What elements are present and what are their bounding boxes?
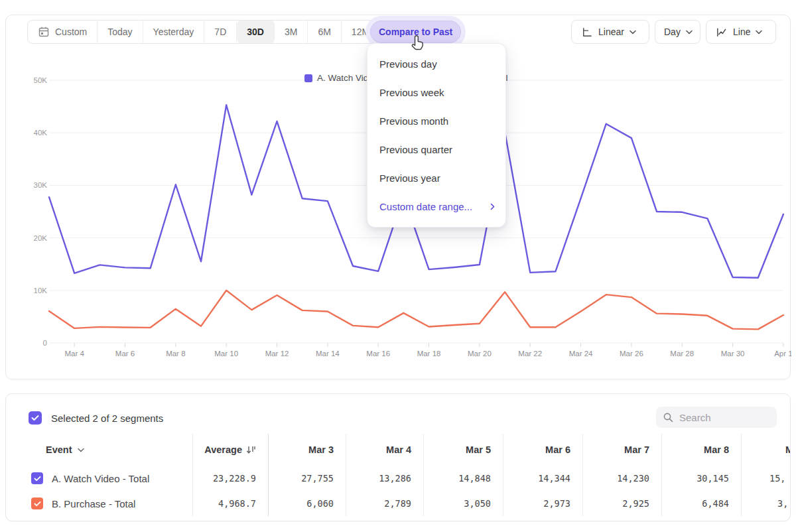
chevron-right-icon xyxy=(490,203,495,210)
x-axis-label: Apr 1 xyxy=(774,350,791,358)
cell-b: 2,789 xyxy=(346,491,423,516)
range-yesterday[interactable]: Yesterday xyxy=(143,21,205,43)
date-column-header[interactable]: Mar 8 xyxy=(661,434,741,466)
cell-b: 6,484 xyxy=(661,491,741,516)
chevron-down-icon xyxy=(756,30,762,34)
date-column-header-clipped[interactable]: M xyxy=(741,434,791,466)
range-custom-label: Custom xyxy=(55,27,87,37)
series-line xyxy=(49,291,783,330)
cell-a-clipped: 15, xyxy=(741,466,791,491)
cell-b: 3,050 xyxy=(423,491,503,516)
select-all-checkbox[interactable] xyxy=(29,411,42,425)
chart-card: 010K20K30K40K50KMar 4Mar 6Mar 8Mar 10Mar… xyxy=(5,15,791,379)
interval-button[interactable]: Day xyxy=(655,20,700,44)
x-axis-label: Mar 20 xyxy=(468,350,492,358)
search-box xyxy=(656,407,777,428)
scale-button[interactable]: Linear xyxy=(571,20,649,44)
x-axis-label: Mar 4 xyxy=(64,350,84,358)
menu-item-previous-quarter[interactable]: Previous quarter xyxy=(367,135,505,164)
linear-scale-icon xyxy=(580,26,593,38)
range-custom[interactable]: Custom xyxy=(28,21,98,43)
date-column-header[interactable]: Mar 6 xyxy=(503,434,582,466)
chart-type-button[interactable]: Line xyxy=(706,20,776,44)
x-axis-label: Mar 28 xyxy=(670,350,694,358)
x-axis-label: Mar 8 xyxy=(166,350,185,358)
segments-selected-label: Selected 2 of 2 segments xyxy=(51,413,163,424)
menu-item-custom-date-range[interactable]: Custom date range... xyxy=(367,192,505,221)
x-axis-label: Mar 10 xyxy=(214,350,238,358)
segments-table: Event Average Mar 3 Mar 4 Mar 5 Mar 6 Ma… xyxy=(6,434,791,516)
date-range-control: Custom Today Yesterday 7D 30D 3M 6M 12M xyxy=(27,20,380,44)
compare-dropdown-menu: Previous day Previous week Previous mont… xyxy=(367,43,506,228)
cell-a: 14,230 xyxy=(582,466,661,491)
date-column-header[interactable]: Mar 4 xyxy=(346,434,423,466)
date-column-header[interactable]: Mar 5 xyxy=(423,434,503,466)
menu-item-previous-week[interactable]: Previous week xyxy=(367,78,505,107)
row-a-checkbox[interactable] xyxy=(31,472,43,484)
chevron-down-icon xyxy=(630,30,636,34)
cell-a: 27,755 xyxy=(268,466,346,491)
cell-average-a: 23,228.9 xyxy=(192,466,268,491)
x-axis-label: Mar 24 xyxy=(569,350,593,358)
range-7d[interactable]: 7D xyxy=(204,21,237,43)
cell-a: 14,848 xyxy=(423,466,503,491)
x-axis-label: Mar 16 xyxy=(366,350,390,358)
table-row-event-label: B. Purchase - Total xyxy=(6,491,192,516)
x-axis-label: Mar 6 xyxy=(115,350,135,358)
cell-b-clipped: 3, xyxy=(741,491,791,516)
menu-item-previous-month[interactable]: Previous month xyxy=(367,107,505,135)
chevron-down-icon xyxy=(78,448,84,452)
y-axis-label: 10K xyxy=(34,287,48,295)
range-today[interactable]: Today xyxy=(98,21,143,43)
range-30d[interactable]: 30D xyxy=(237,21,275,43)
cell-a: 30,145 xyxy=(661,466,741,491)
date-column-header[interactable]: Mar 3 xyxy=(268,434,346,466)
range-3m[interactable]: 3M xyxy=(275,21,308,43)
x-axis-label: Mar 12 xyxy=(265,350,289,358)
table-row-event-label: A. Watch Video - Total xyxy=(6,466,192,491)
row-b-checkbox[interactable] xyxy=(31,498,43,509)
range-6m[interactable]: 6M xyxy=(308,21,341,43)
x-axis-label: Mar 18 xyxy=(417,350,441,358)
line-chart-icon xyxy=(715,26,728,38)
y-axis-label: 40K xyxy=(34,129,48,137)
cell-a: 14,344 xyxy=(503,466,582,491)
search-input[interactable] xyxy=(679,412,765,423)
y-axis-label: 20K xyxy=(34,234,48,242)
y-axis-label: 30K xyxy=(34,181,48,189)
chevron-down-icon xyxy=(686,30,693,34)
menu-item-previous-day[interactable]: Previous day xyxy=(367,50,505,78)
segments-bar: Selected 2 of 2 segments xyxy=(29,411,163,425)
average-column-header[interactable]: Average xyxy=(192,434,268,466)
search-icon xyxy=(663,412,674,423)
x-axis-label: Mar 22 xyxy=(518,350,542,358)
y-axis-label: 50K xyxy=(34,76,48,84)
y-axis-label: 0 xyxy=(43,339,47,347)
date-column-header[interactable]: Mar 7 xyxy=(582,434,661,466)
x-axis-label: Mar 14 xyxy=(316,350,340,358)
cell-a: 13,286 xyxy=(346,466,423,491)
event-column-header[interactable]: Event xyxy=(6,434,192,466)
sort-descending-icon xyxy=(246,446,256,454)
cell-b: 2,925 xyxy=(582,491,661,516)
segments-card: Selected 2 of 2 segments Event Average xyxy=(5,393,791,521)
cell-b: 6,060 xyxy=(268,491,346,516)
calendar-icon xyxy=(38,26,50,38)
series-a-swatch xyxy=(304,74,312,82)
cell-b: 2,973 xyxy=(503,491,582,516)
cell-average-b: 4,968.7 xyxy=(192,491,268,516)
x-axis-label: Mar 30 xyxy=(721,350,745,358)
menu-item-previous-year[interactable]: Previous year xyxy=(367,164,505,192)
x-axis-label: Mar 26 xyxy=(620,350,643,358)
compare-to-past-button[interactable]: Compare to Past xyxy=(370,21,461,43)
